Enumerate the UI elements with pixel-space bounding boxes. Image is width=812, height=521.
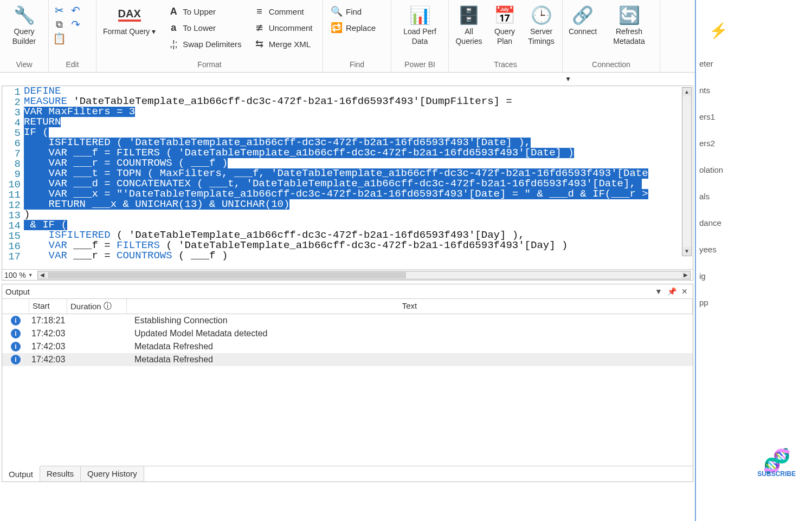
right-panel-item[interactable]: pp	[696, 289, 812, 316]
scroll-right-icon[interactable]: ▶	[681, 271, 690, 279]
bottom-tabs: Output Results Query History	[2, 466, 693, 481]
output-panel: Output ▼ 📌 ✕ Start Duration ⓘ Text i17:1…	[2, 284, 693, 482]
right-panel-item[interactable]: yees	[696, 236, 812, 263]
group-label-connection: Connection	[566, 58, 656, 72]
right-panel-item[interactable]: als	[696, 183, 812, 210]
right-panel-item[interactable]: ers2	[696, 130, 812, 157]
format-query-button[interactable]: DAX Format Query ▾	[100, 2, 159, 39]
merge-xml-icon: ⇆	[254, 38, 266, 50]
output-row[interactable]: i17:42:03Updated Model Metadata detected	[2, 327, 693, 340]
replace-button[interactable]: 🔁Replace	[328, 21, 378, 35]
row-start: 17:18:21	[29, 316, 73, 325]
undo-icon[interactable]: ↶	[69, 4, 81, 16]
scroll-up-icon[interactable]: ▲	[682, 88, 691, 96]
zoom-level-dropdown[interactable]: 100 %▼	[2, 271, 35, 279]
cut-icon[interactable]: ✂	[53, 4, 65, 16]
ribbon-group-connection: 🔗Connect 🔄Refresh Metadata Connection	[563, 0, 660, 72]
query-plan-icon: 📅	[494, 4, 515, 26]
scrollbar-thumb[interactable]	[48, 272, 407, 278]
ribbon-toolbar: 🔧 Query Builder View ✂ ⧉ 📋 ↶ ↶ Edit DAX …	[0, 0, 695, 73]
row-text: Metadata Refreshed	[132, 342, 693, 351]
output-column-headers: Start Duration ⓘ Text	[2, 299, 693, 314]
subscribe-watermark: 🧬 SUBSCRIBE	[757, 452, 796, 478]
query-builder-label: Query Builder	[7, 27, 42, 46]
ribbon-group-format: DAX Format Query ▾ ATo Upper aTo Lower ,…	[96, 0, 323, 72]
editor-vertical-scrollbar[interactable]: ▲ ▼	[682, 87, 692, 256]
right-panel-item[interactable]: eter	[696, 50, 812, 77]
info-icon: i	[11, 355, 21, 364]
comment-button[interactable]: ≡Comment	[252, 4, 315, 18]
row-start: 17:42:03	[29, 342, 73, 351]
all-queries-button[interactable]: 🗄️All Queries	[452, 2, 486, 48]
to-lower-button[interactable]: aTo Lower	[165, 21, 243, 35]
right-panel-item[interactable]: olation	[696, 157, 812, 183]
ribbon-group-traces: 🗄️All Queries 📅Query Plan 🕒Server Timing…	[449, 0, 563, 72]
paste-icon[interactable]: 📋	[53, 32, 65, 44]
uncomment-icon: ≢	[254, 22, 266, 34]
to-upper-button[interactable]: ATo Upper	[165, 4, 243, 18]
code-editor-panel: 1234567891011121314151617 DEFINEMEASURE …	[2, 86, 693, 281]
row-text: Metadata Refreshed	[132, 355, 693, 364]
lightning-table-icon[interactable]: ⚡	[696, 0, 812, 50]
to-lower-icon: a	[167, 22, 179, 34]
dax-logo-icon: DAX	[119, 4, 140, 26]
comment-icon: ≡	[254, 5, 266, 17]
query-plan-button[interactable]: 📅Query Plan	[488, 2, 521, 48]
output-row[interactable]: i17:42:03Metadata Refreshed	[2, 340, 693, 353]
row-start: 17:42:03	[29, 329, 73, 338]
right-panel-item[interactable]: ig	[696, 263, 812, 289]
group-label-traces: Traces	[452, 58, 559, 72]
replace-icon: 🔁	[331, 22, 343, 34]
redo-icon[interactable]: ↶	[71, 18, 80, 31]
ribbon-group-find: 🔍Find 🔁Replace Find	[323, 0, 391, 72]
group-label-powerbi: Power BI	[395, 58, 445, 72]
merge-xml-button[interactable]: ⇆Merge XML	[252, 37, 315, 51]
group-label-edit: Edit	[52, 58, 93, 72]
code-editor[interactable]: 1234567891011121314151617 DEFINEMEASURE …	[2, 86, 693, 269]
dna-icon: 🧬	[757, 452, 796, 470]
tab-results[interactable]: Results	[40, 466, 81, 481]
right-panel-item[interactable]: dance	[696, 210, 812, 236]
connect-button[interactable]: 🔗Connect	[566, 2, 600, 39]
wrench-icon: 🔧	[14, 4, 35, 26]
row-text: Establishing Connection	[132, 316, 693, 325]
output-row[interactable]: i17:42:03Metadata Refreshed	[2, 353, 693, 366]
output-panel-header: Output ▼ 📌 ✕	[2, 284, 693, 299]
pin-icon[interactable]: 📌	[667, 286, 676, 296]
scroll-left-icon[interactable]: ◀	[38, 271, 47, 279]
tab-output[interactable]: Output	[2, 466, 40, 481]
scroll-down-icon[interactable]: ▼	[682, 247, 691, 256]
output-row[interactable]: i17:18:21Establishing Connection	[2, 314, 693, 327]
panel-menu-icon[interactable]: ▼	[654, 286, 663, 296]
info-icon: i	[11, 329, 21, 338]
group-label-format: Format	[100, 58, 319, 72]
row-text: Updated Model Metadata detected	[132, 329, 693, 338]
right-side-panel: ⚡ eterntsers1ers2olationalsdanceyeesigpp	[695, 0, 812, 521]
load-perf-data-button[interactable]: 📊 Load Perf Data	[395, 2, 445, 48]
load-perf-label: Load Perf Data	[398, 27, 442, 46]
copy-icon[interactable]: ⧉	[53, 18, 65, 30]
info-icon: i	[11, 316, 21, 325]
swap-delimiters-icon: ,¦;	[167, 38, 179, 50]
right-panel-item[interactable]: ers1	[696, 103, 812, 130]
refresh-metadata-button[interactable]: 🔄Refresh Metadata	[602, 2, 656, 48]
code-text-area[interactable]: DEFINEMEASURE 'DateTableTemplate_a1b66cf…	[24, 86, 693, 269]
tab-query-history[interactable]: Query History	[81, 466, 144, 481]
uncomment-button[interactable]: ≢Uncomment	[252, 21, 315, 35]
col-start[interactable]: Start	[29, 299, 67, 314]
col-text[interactable]: Text	[127, 299, 693, 314]
collapse-ribbon-icon[interactable]: ▲	[565, 76, 571, 83]
swap-delimiters-button[interactable]: ,¦;Swap Delimiters	[165, 37, 243, 51]
ribbon-group-edit: ✂ ⧉ 📋 ↶ ↶ Edit	[49, 0, 96, 72]
editor-horizontal-scrollbar[interactable]: ◀ ▶	[37, 271, 691, 279]
query-builder-button[interactable]: 🔧 Query Builder	[3, 2, 45, 48]
ribbon-group-view: 🔧 Query Builder View	[0, 0, 49, 72]
col-duration[interactable]: Duration ⓘ	[67, 299, 127, 314]
server-timings-button[interactable]: 🕒Server Timings	[524, 2, 559, 48]
info-icon: i	[11, 342, 21, 351]
col-icon[interactable]	[2, 299, 29, 314]
right-panel-item[interactable]: nts	[696, 77, 812, 103]
search-icon: 🔍	[331, 5, 343, 17]
find-button[interactable]: 🔍Find	[328, 4, 378, 18]
close-icon[interactable]: ✕	[680, 286, 689, 296]
